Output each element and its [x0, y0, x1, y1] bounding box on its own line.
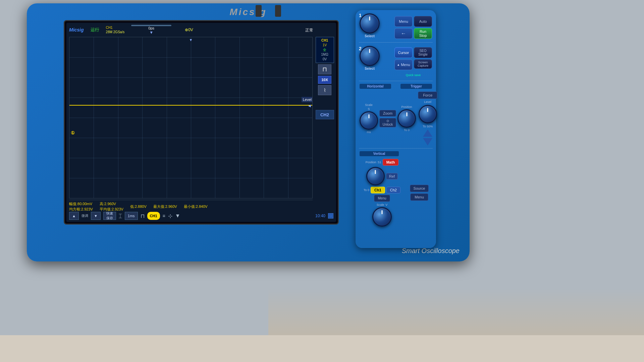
ch2-select-btn[interactable]: CH2	[316, 110, 334, 119]
menu1-btn[interactable]: Menu	[394, 16, 413, 27]
section2-controls: Select Cursor SEO Single ▲ Menu Screen C…	[360, 46, 432, 77]
vertical-controls-row: Position S1 Math Ref To 0 Ch1 Ch2 Menu	[356, 158, 436, 228]
waveform-ramp-btn[interactable]: ⌇	[318, 85, 331, 95]
vert-row3: To 0 Ch1 Ch2	[360, 187, 405, 193]
ch1-info-box[interactable]: CH1 1V 全 1MΩ 0V	[316, 37, 334, 63]
ch1-waveform	[69, 105, 312, 106]
divider3	[359, 148, 433, 148]
waveform-icon-1: ⌶	[119, 213, 122, 219]
knob2-group: Select	[360, 46, 380, 70]
level-arrow: ◄	[307, 103, 312, 108]
grid-v-1	[94, 37, 94, 198]
force-btn[interactable]: Force	[418, 92, 437, 99]
screen-capture-btn[interactable]: Screen Capture	[414, 59, 432, 69]
stat-max: 最大值:2.960V	[153, 204, 177, 209]
auto-btn[interactable]: Auto	[414, 16, 432, 27]
vert-scale-knob[interactable]	[372, 207, 392, 227]
vert-trig-headers: Vertical	[356, 150, 436, 158]
vert-to0-label: To 0	[364, 188, 369, 192]
sample-info: CH1 28M 2GSa/s	[106, 25, 125, 34]
source-btn[interactable]: Source	[410, 185, 429, 192]
s1-btn-row1: Menu Auto	[394, 16, 432, 27]
control-panel: 1 Select Menu Auto ← Run Stop 2	[356, 10, 436, 248]
horiz-scale-knob[interactable]	[360, 111, 378, 130]
btn-fine-up[interactable]: ▲	[69, 212, 79, 220]
trigger-label-header: Trigger	[400, 84, 432, 89]
trig-down-arrow[interactable]	[423, 138, 432, 145]
time-position: 0ps	[148, 26, 154, 30]
ch1-sel-btn[interactable]: Ch1	[371, 187, 385, 193]
vert-s1-label: S1	[378, 161, 381, 164]
divider1	[359, 42, 433, 43]
trig-up-arrow[interactable]	[423, 129, 432, 137]
ch1-position-marker: ①	[71, 130, 75, 135]
btn-quick-save[interactable]: 快速 保存	[103, 212, 116, 220]
unlock-btn[interactable]: ⊙ Unlock	[379, 118, 396, 127]
section2: 2 Select Cursor SEO Single ▲ Menu Screen…	[356, 44, 436, 79]
connector-2	[275, 5, 281, 17]
ch1-offset: 0V	[318, 57, 332, 62]
ch1-coupling: 全	[318, 48, 332, 52]
trigger-level-label: Level	[424, 100, 431, 104]
micsig-logo: Micsig	[69, 27, 84, 33]
zoom-btn[interactable]: Zoom	[379, 110, 396, 117]
trig-to50: To 50%	[423, 125, 433, 128]
horiz-scale-label: Scale	[365, 103, 373, 107]
trigger-info: ⊕0V	[185, 27, 193, 32]
select1-label: Select	[365, 34, 374, 38]
knob-2[interactable]	[360, 46, 380, 66]
grid-v-8	[264, 37, 264, 198]
vert-menu-btn[interactable]: Menu	[374, 195, 390, 202]
grid-v-5	[191, 37, 191, 198]
ch1-active-indicator[interactable]: CH1	[147, 212, 160, 220]
grid-v-3	[142, 37, 143, 198]
run-stop-btn[interactable]: Run Stop	[414, 28, 432, 39]
horiz-position-knob[interactable]	[397, 109, 416, 128]
divider2	[359, 81, 433, 81]
waveform-icon-2: ⊓	[141, 213, 145, 219]
s2-btn-row1: Cursor SEO Single	[394, 47, 432, 58]
back-btn[interactable]: ←	[394, 28, 413, 39]
vertical-title: Vertical	[360, 151, 399, 156]
vert-position-knob[interactable]	[366, 167, 385, 185]
cursor-btn[interactable]: Cursor	[394, 47, 413, 58]
screen-icon: □	[328, 213, 333, 219]
section1-controls: Select Menu Auto ← Run Stop	[360, 13, 432, 39]
horiz-ms-label: ms	[367, 130, 371, 134]
horiz-zoom-group: Zoom ⊙ Unlock	[379, 110, 396, 127]
vert-row2: Ref	[360, 167, 405, 185]
cursor-icon-1[interactable]: ≡	[163, 213, 165, 219]
vert-scale-group: Scale V	[360, 203, 405, 227]
ch1-impedance: 1MΩ	[318, 52, 332, 57]
grid-area[interactable]: ① ◄ Level ▼	[69, 37, 313, 198]
seo-single-btn[interactable]: SEO Single	[414, 47, 432, 58]
vert-scale-row: Scale V	[377, 203, 388, 206]
trigger-menu-btn[interactable]: Menu	[410, 193, 428, 201]
dropdown-arrow[interactable]: ▼	[175, 213, 180, 219]
quick-save-label: Quick save	[406, 73, 421, 77]
menu2-btn[interactable]: ▲ Menu	[394, 59, 413, 70]
level-label[interactable]: Level	[302, 97, 313, 102]
horiz-position-label: Position	[401, 105, 412, 109]
section1: 1 Select Menu Auto ← Run Stop	[356, 10, 436, 41]
screen-right-panel: CH1 1V 全 1MΩ 0V ⊓ 10X ⌇ CH2	[315, 37, 335, 198]
knob-1[interactable]	[360, 13, 380, 34]
probe-10x[interactable]: 10X	[318, 76, 331, 84]
trigger-level-knob[interactable]	[419, 105, 437, 123]
horizontal-controls: Scale S ms Zoom ⊙ Unlock Position To 0	[360, 92, 416, 145]
s2-btn-row2: ▲ Menu Screen Capture	[394, 59, 432, 70]
vertical-left: Position S1 Math Ref To 0 Ch1 Ch2 Menu	[360, 159, 405, 227]
btn-fine-down[interactable]: ▼	[91, 212, 101, 220]
grid-v-7	[239, 37, 240, 198]
trigger-controls: Force Level To 50%	[418, 92, 437, 145]
screen-toolbar: ▲ 微调 ▼ 快速 保存 ⌶ 1ms ⊓ CH1 ≡ ⊹ ▼ 10:40 □	[69, 211, 333, 221]
cursor-icon-2[interactable]: ⊹	[168, 213, 172, 219]
math-btn[interactable]: Math	[383, 159, 399, 166]
waveform-square-btn[interactable]: ⊓	[318, 64, 331, 74]
ch2-sel-btn[interactable]: Ch2	[386, 187, 400, 193]
ref-btn[interactable]: Ref	[386, 173, 398, 180]
horiz-to0: To 0	[404, 128, 410, 132]
horiz-trig-row: Scale S ms Zoom ⊙ Unlock Position To 0 F…	[356, 90, 436, 147]
btn-timebase[interactable]: 1ms	[125, 212, 138, 220]
trigger-right-col: Source Menu	[407, 159, 432, 227]
